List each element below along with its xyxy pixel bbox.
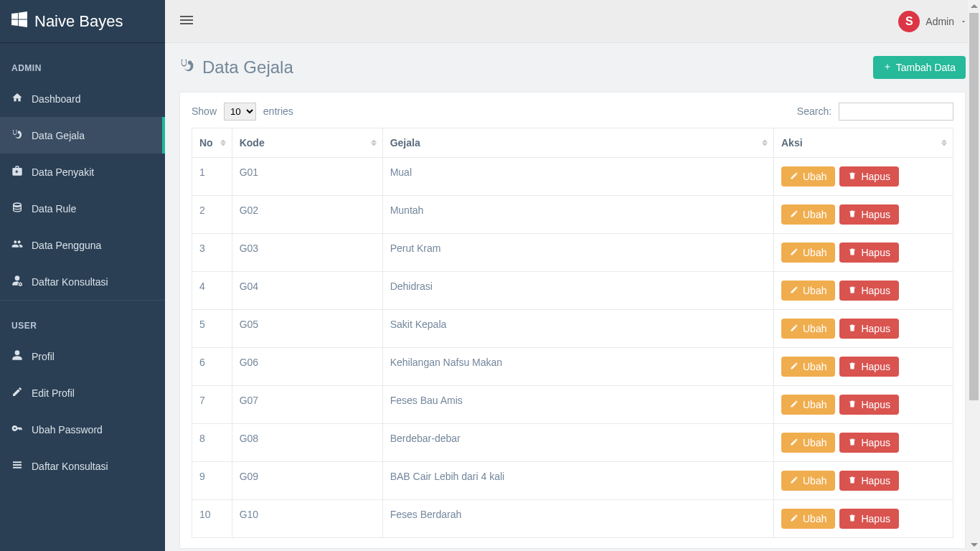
user-menu[interactable]: S Admin: [898, 11, 967, 32]
scroll-thumb[interactable]: [969, 13, 979, 400]
edit-icon: [790, 323, 798, 334]
delete-button[interactable]: Hapus: [839, 319, 898, 339]
sidebar-item-label: Dashboard: [32, 93, 81, 105]
sidebar-item-data-pengguna[interactable]: Data Pengguna: [0, 227, 165, 263]
trash-icon: [848, 323, 857, 334]
list-icon: [11, 459, 23, 473]
stethoscope-icon: [11, 128, 23, 142]
cell-aksi: UbahHapus: [774, 424, 953, 462]
edit-button[interactable]: Ubah: [781, 166, 835, 187]
delete-button[interactable]: Hapus: [839, 357, 898, 377]
delete-button[interactable]: Hapus: [839, 471, 898, 491]
column-header[interactable]: No: [192, 128, 232, 158]
sidebar-item-label: Data Pengguna: [32, 240, 101, 251]
sidebar-item-profil[interactable]: Profil: [0, 338, 165, 375]
trash-icon: [848, 513, 857, 524]
brand[interactable]: Naive Bayes: [0, 0, 165, 43]
sidebar-item-label: Ubah Password: [32, 424, 103, 435]
trash-icon: [848, 171, 857, 182]
scroll-down-button[interactable]: [968, 539, 980, 551]
search-control: Search:: [797, 103, 953, 121]
delete-button[interactable]: Hapus: [839, 204, 898, 225]
cell-gejala: Mual: [382, 158, 773, 196]
sidebar-item-data-rule[interactable]: Data Rule: [0, 190, 165, 227]
edit-icon: [790, 475, 798, 486]
edit-button[interactable]: Ubah: [781, 242, 835, 263]
edit-icon: [790, 171, 798, 182]
chevron-down-icon: [960, 16, 967, 27]
scrollbar[interactable]: [968, 0, 980, 551]
cell-aksi: UbahHapus: [774, 386, 953, 424]
cell-kode: G06: [232, 348, 382, 386]
table-row: 4G04DehidrasiUbahHapus: [192, 272, 953, 310]
sidebar-item-label: Data Gejala: [32, 130, 85, 141]
sidebar-item-ubah-password[interactable]: Ubah Password: [0, 411, 165, 448]
cell-gejala: Kehilangan Nafsu Makan: [382, 348, 773, 386]
delete-button[interactable]: Hapus: [839, 166, 898, 187]
cell-no: 3: [192, 234, 232, 272]
edit-button[interactable]: Ubah: [781, 357, 835, 377]
entries-select[interactable]: 10: [224, 103, 256, 121]
cell-kode: G04: [232, 272, 382, 310]
home-icon: [11, 92, 23, 105]
user-icon: [11, 349, 23, 363]
sidebar-item-data-gejala[interactable]: Data Gejala: [0, 117, 165, 154]
cell-kode: G05: [232, 310, 382, 348]
page-title: Data Gejala: [179, 57, 293, 77]
edit-icon: [790, 285, 798, 296]
scroll-up-button[interactable]: [968, 0, 980, 12]
edit-button[interactable]: Ubah: [781, 204, 835, 225]
brand-text: Naive Bayes: [34, 12, 123, 31]
edit-button[interactable]: Ubah: [781, 471, 835, 491]
sidebar-section-title: ADMIN: [0, 43, 165, 80]
edit-button[interactable]: Ubah: [781, 433, 835, 453]
sidebar-item-daftar-konsultasi-user[interactable]: Daftar Konsultasi: [0, 448, 165, 484]
sidebar-item-dashboard[interactable]: Dashboard: [0, 80, 165, 117]
edit-button[interactable]: Ubah: [781, 319, 835, 339]
database-icon: [11, 202, 23, 215]
cell-kode: G10: [232, 500, 382, 538]
sidebar-item-label: Daftar Konsultasi: [32, 276, 108, 288]
sidebar: Naive Bayes ADMINDashboardData GejalaDat…: [0, 0, 165, 551]
sidebar-item-label: Edit Profil: [32, 387, 75, 399]
edit-button[interactable]: Ubah: [781, 395, 835, 415]
plus-icon: [883, 62, 892, 73]
cell-aksi: UbahHapus: [774, 234, 953, 272]
delete-button[interactable]: Hapus: [839, 242, 898, 263]
table-row: 10G10Feses BerdarahUbahHapus: [192, 500, 953, 538]
cell-gejala: Dehidrasi: [382, 272, 773, 310]
delete-button[interactable]: Hapus: [839, 433, 898, 453]
delete-button[interactable]: Hapus: [839, 395, 898, 415]
column-header[interactable]: Kode: [232, 128, 382, 158]
cell-no: 5: [192, 310, 232, 348]
cell-kode: G03: [232, 234, 382, 272]
edit-button[interactable]: Ubah: [781, 281, 835, 301]
cell-no: 7: [192, 386, 232, 424]
delete-button[interactable]: Hapus: [839, 509, 898, 529]
column-header[interactable]: Aksi: [774, 128, 953, 158]
trash-icon: [848, 399, 857, 410]
cell-aksi: UbahHapus: [774, 196, 953, 234]
windows-icon: [11, 11, 27, 32]
pencil-icon: [11, 386, 23, 400]
cell-gejala: Feses Bau Amis: [382, 386, 773, 424]
sidebar-item-daftar-konsultasi-admin[interactable]: Daftar Konsultasi: [0, 263, 165, 300]
user-label: Admin: [925, 16, 954, 27]
table-row: 1G01MualUbahHapus: [192, 158, 953, 196]
sidebar-item-edit-profil[interactable]: Edit Profil: [0, 375, 165, 411]
cell-no: 10: [192, 500, 232, 538]
edit-button[interactable]: Ubah: [781, 509, 835, 529]
add-data-button[interactable]: Tambah Data: [873, 56, 966, 79]
data-panel: Show 10 entries Search: NoKodeGejalaAksi: [179, 92, 966, 549]
cell-gejala: Feses Berdarah: [382, 500, 773, 538]
sort-icon: [371, 140, 377, 146]
column-header[interactable]: Gejala: [382, 128, 773, 158]
search-input[interactable]: [839, 103, 953, 121]
delete-button[interactable]: Hapus: [839, 281, 898, 301]
table-row: 5G05Sakit KepalaUbahHapus: [192, 310, 953, 348]
sidebar-item-data-penyakit[interactable]: Data Penyakit: [0, 154, 165, 190]
cell-aksi: UbahHapus: [774, 462, 953, 500]
cell-gejala: BAB Cair Lebih dari 4 kali: [382, 462, 773, 500]
cell-aksi: UbahHapus: [774, 348, 953, 386]
menu-toggle-button[interactable]: [178, 11, 195, 31]
